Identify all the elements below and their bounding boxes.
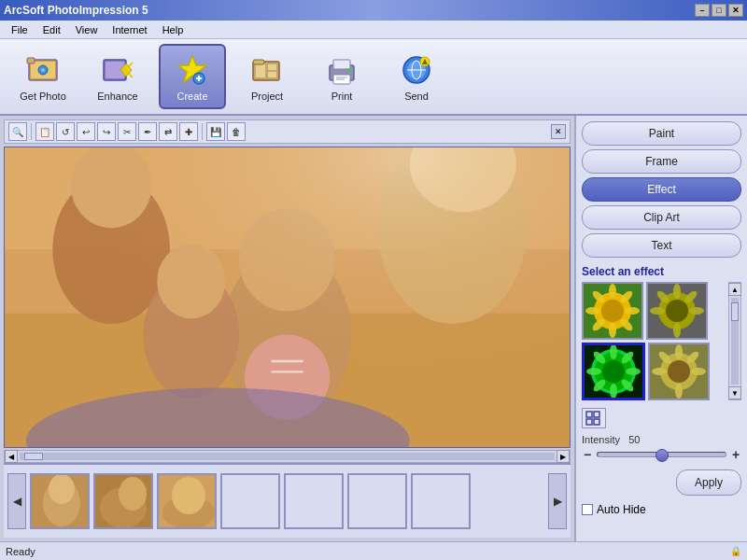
filmstrip-item-3[interactable]	[157, 473, 217, 529]
send-label: Send	[404, 91, 429, 102]
svg-point-83	[586, 368, 601, 375]
create-label: Create	[176, 91, 207, 102]
project-icon	[248, 51, 286, 89]
svg-point-60	[609, 284, 616, 299]
svg-rect-15	[256, 64, 265, 77]
grid-view-button[interactable]	[582, 408, 606, 428]
filmstrip-next[interactable]: ▶	[548, 473, 567, 529]
separator2	[202, 123, 203, 140]
redo-tool[interactable]: ↪	[97, 122, 116, 141]
flip-tool[interactable]: ⇄	[159, 122, 177, 141]
effects-scrollbar[interactable]: ▲ ▼	[728, 282, 741, 400]
auto-hide-row: Auto Hide	[582, 503, 741, 516]
effects-row-1	[582, 282, 726, 340]
svg-point-95	[691, 368, 706, 375]
status-text: Ready	[6, 546, 35, 557]
create-icon	[174, 51, 211, 89]
horizontal-scrollbar[interactable]: ◀ ▶	[4, 450, 571, 463]
main-area: 🔍 📋 ↺ ↩ ↪ ✂ ✒ ⇄ ✚ 💾 🗑 ✕	[0, 116, 747, 541]
toolbar-enhance[interactable]: Enhance	[84, 44, 151, 109]
toolbar-get-photo[interactable]: Get Photo	[9, 44, 77, 109]
effects-scroll-down[interactable]: ▼	[728, 386, 741, 399]
filmstrip-prev[interactable]: ◀	[7, 473, 26, 529]
menu-internet[interactable]: Internet	[105, 22, 154, 37]
svg-rect-100	[586, 419, 592, 425]
effect-button[interactable]: Effect	[582, 177, 741, 202]
print-label: Print	[331, 91, 353, 102]
svg-point-59	[601, 300, 624, 322]
paint-button[interactable]: Paint	[582, 121, 741, 146]
photo-canvas	[4, 147, 571, 448]
effect-thumb-1[interactable]	[582, 282, 643, 340]
close-button[interactable]: ✕	[728, 4, 743, 17]
svg-rect-20	[333, 60, 350, 69]
svg-point-71	[673, 284, 681, 299]
svg-point-72	[673, 323, 681, 338]
filmstrip-item-5[interactable]	[284, 473, 344, 529]
copy-tool[interactable]: 📋	[35, 122, 54, 141]
svg-point-92	[675, 344, 683, 359]
svg-point-62	[585, 307, 600, 315]
menu-edit[interactable]: Edit	[35, 22, 68, 37]
maximize-button[interactable]: □	[712, 4, 726, 17]
enhance-label: Enhance	[97, 91, 137, 102]
intensity-slider[interactable]	[597, 452, 726, 457]
project-label: Project	[251, 91, 283, 102]
effect-thumb-4[interactable]	[648, 343, 710, 400]
delete-tool[interactable]: 🗑	[227, 122, 246, 141]
menu-file[interactable]: File	[4, 22, 35, 37]
scroll-track	[20, 453, 555, 460]
toolbar-project[interactable]: Project	[233, 44, 301, 109]
effect-thumb-2[interactable]	[646, 282, 708, 340]
clip-art-button[interactable]: Clip Art	[582, 205, 741, 230]
add-tool[interactable]: ✚	[179, 122, 198, 141]
effects-scroll-thumb[interactable]	[731, 302, 739, 321]
right-panel: Paint Frame Effect Clip Art Text Select …	[574, 116, 747, 541]
svg-point-61	[609, 323, 616, 338]
minimize-button[interactable]: –	[695, 4, 710, 17]
menu-view[interactable]: View	[68, 22, 106, 37]
svg-point-56	[172, 477, 205, 514]
main-toolbar: Get Photo Enhance Create	[0, 39, 747, 116]
scroll-thumb[interactable]	[24, 453, 43, 460]
filmstrip-item-7[interactable]	[411, 473, 471, 529]
toolbar-send[interactable]: Send	[383, 44, 450, 109]
svg-point-91	[668, 360, 690, 383]
frame-button[interactable]: Frame	[582, 149, 741, 174]
draw-tool[interactable]: ✒	[138, 122, 157, 141]
svg-point-4	[41, 68, 45, 72]
filmstrip-item-2[interactable]	[93, 473, 153, 529]
auto-hide-checkbox[interactable]	[582, 504, 593, 515]
scroll-left-arrow[interactable]: ◀	[5, 450, 18, 463]
intensity-slider-thumb[interactable]	[655, 449, 669, 462]
svg-point-94	[652, 368, 667, 375]
apply-button[interactable]: Apply	[676, 469, 741, 496]
svg-point-74	[689, 307, 704, 315]
toolbar-print[interactable]: Print	[308, 44, 375, 109]
filmstrip-item-4[interactable]	[220, 473, 280, 529]
filmstrip-item-1[interactable]	[30, 473, 90, 529]
status-icon: 🔒	[730, 546, 741, 556]
send-icon	[398, 51, 435, 89]
intensity-increase[interactable]: +	[730, 447, 741, 462]
undo-tool[interactable]: ↩	[77, 122, 95, 141]
toolbar-create[interactable]: Create	[159, 44, 226, 109]
effects-row-2	[582, 343, 726, 400]
scroll-right-arrow[interactable]: ▶	[557, 450, 570, 463]
intensity-section: Intensity 50 − +	[582, 434, 741, 462]
effects-scroll-up[interactable]: ▲	[728, 283, 741, 296]
effect-thumb-3[interactable]	[582, 343, 645, 400]
get-photo-icon	[24, 51, 62, 89]
menu-help[interactable]: Help	[155, 22, 191, 37]
cut-tool[interactable]: ✂	[118, 122, 136, 141]
svg-line-8	[129, 63, 133, 66]
save-tool[interactable]: 💾	[206, 122, 225, 141]
svg-point-80	[602, 360, 625, 383]
filmstrip-item-6[interactable]	[347, 473, 407, 529]
text-button[interactable]: Text	[582, 233, 741, 258]
inner-close-button[interactable]: ✕	[551, 124, 566, 139]
separator1	[31, 123, 32, 140]
rotate-tool[interactable]: ↺	[56, 122, 75, 141]
intensity-decrease[interactable]: −	[582, 447, 593, 462]
zoom-tool[interactable]: 🔍	[8, 122, 27, 141]
